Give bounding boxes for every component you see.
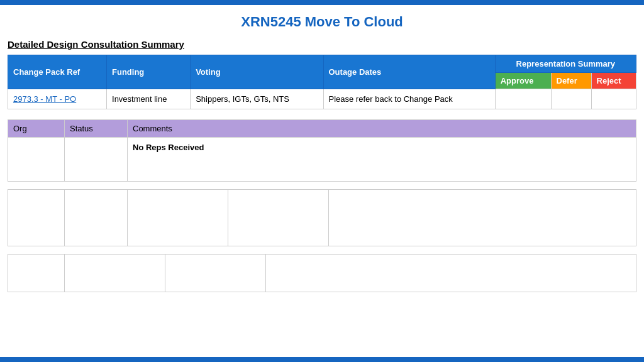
col-change-pack-ref: Change Pack Ref [8,55,107,89]
bottom-cell-2 [65,255,165,292]
col-org: Org [8,120,65,138]
table-row: 2973.3 - MT - PO Investment line Shipper… [8,89,636,109]
extra-cell-3 [128,190,228,246]
second-table-row: No Reps Received [8,138,636,182]
cell-approve [495,89,551,109]
main-table: Change Pack Ref Funding Voting Outage Da… [8,55,636,109]
col-funding: Funding [107,55,191,89]
col-reject: Reject [591,73,636,89]
cell-outage-dates: Please refer back to Change Pack [323,89,495,109]
second-table-container: Org Status Comments No Reps Received [0,119,644,189]
col-status: Status [65,120,128,138]
cell-org [8,138,65,182]
page-title: XRN5245 Move To Cloud [0,14,644,30]
extra-cell-2 [65,190,128,246]
top-bar [0,0,644,5]
extra-table-container [0,189,644,254]
bottom-cell-4 [266,255,636,292]
col-voting: Voting [191,55,323,89]
cell-comments: No Reps Received [128,138,636,182]
extra-cell-1 [8,190,65,246]
col-outage-dates: Outage Dates [323,55,495,89]
extra-cell-4 [228,190,329,246]
bottom-extra-row [8,255,636,292]
col-defer: Defer [551,73,591,89]
change-pack-ref-link[interactable]: 2973.3 - MT - PO [13,94,76,104]
extra-table [8,189,636,246]
cell-voting: Shippers, IGTs, GTs, NTS [191,89,323,109]
bottom-extra-container [0,254,644,292]
main-table-container: Change Pack Ref Funding Voting Outage Da… [0,55,644,119]
bottom-extra-table [8,254,636,292]
page-header: XRN5245 Move To Cloud [0,5,644,36]
section-title: Detailed Design Consultation Summary [0,36,644,55]
col-comments: Comments [128,120,636,138]
cell-change-pack-ref: 2973.3 - MT - PO [8,89,107,109]
cell-defer [551,89,591,109]
bottom-bar [0,357,644,362]
col-representation-summary: Representation Summary [495,55,636,73]
bottom-cell-3 [165,255,266,292]
extra-row [8,190,636,246]
extra-cell-5 [329,190,636,246]
cell-reject [591,89,636,109]
cell-funding: Investment line [107,89,191,109]
col-approve: Approve [495,73,551,89]
bottom-cell-1 [8,255,65,292]
second-table: Org Status Comments No Reps Received [8,119,636,182]
cell-status [65,138,128,182]
